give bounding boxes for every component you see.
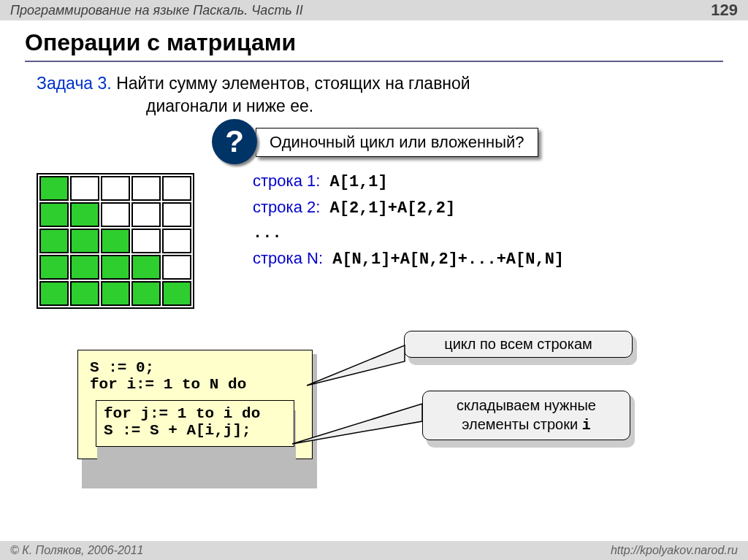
header-title: Программирование на языке Паскаль. Часть… bbox=[10, 3, 303, 18]
matrix-cell bbox=[131, 202, 161, 227]
code-line1: S := 0; bbox=[90, 359, 303, 376]
slide-header: Программирование на языке Паскаль. Часть… bbox=[0, 0, 748, 20]
matrix-cell bbox=[101, 255, 130, 280]
matrix-cell bbox=[39, 176, 69, 201]
code-line4: S := S + A[i,j]; bbox=[104, 422, 286, 439]
matrix-cell bbox=[70, 176, 99, 201]
code-area: S := 0; for i:= 1 to N do for j:= 1 to i… bbox=[0, 331, 748, 521]
matrix-cell bbox=[162, 176, 191, 201]
matrix-cell bbox=[39, 202, 69, 227]
footer-url: http://kpolyakov.narod.ru bbox=[611, 544, 738, 557]
matrix-cell bbox=[131, 281, 161, 306]
callout-outer-loop: цикл по всем строкам bbox=[404, 331, 633, 358]
matrix-cell bbox=[131, 229, 161, 253]
matrix-cell bbox=[39, 281, 69, 306]
question-mark-icon: ? bbox=[212, 119, 257, 164]
code-block-inner: for j:= 1 to i do S := S + A[i,j]; bbox=[96, 400, 294, 447]
matrix-cell bbox=[131, 255, 161, 280]
slide-title: Операции с матрицами bbox=[0, 20, 748, 61]
rowN-code: A[N,1]+A[N,2]+...+A[N,N] bbox=[323, 250, 564, 269]
task-text: Задача 3. Найти сумму элементов, стоящих… bbox=[0, 72, 748, 118]
matrix-cell bbox=[162, 281, 191, 306]
title-divider bbox=[25, 61, 723, 62]
callout1-pointer bbox=[307, 345, 409, 396]
question-box: Одиночный цикл или вложенный? bbox=[256, 128, 538, 157]
callout2-text1: складываем нужные bbox=[457, 397, 596, 413]
task-label: Задача 3. bbox=[37, 74, 112, 93]
row1-code: A[1,1] bbox=[320, 173, 387, 191]
matrix-cell bbox=[70, 281, 99, 306]
matrix-cell bbox=[162, 229, 191, 253]
callout2-text2: элементы строки bbox=[462, 416, 581, 432]
task-line1: Найти сумму элементов, стоящих на главно… bbox=[112, 74, 470, 93]
svg-marker-1 bbox=[292, 404, 422, 444]
code-line3: for j:= 1 to i do bbox=[104, 405, 286, 422]
matrix-cell bbox=[70, 202, 99, 227]
row2-label: строка 2: bbox=[253, 198, 320, 216]
callout-inner-loop: складываем нужные элементы строки i bbox=[422, 391, 630, 440]
matrix-cell bbox=[101, 176, 130, 201]
code-block-outer: S := 0; for i:= 1 to N do for j:= 1 to i… bbox=[77, 350, 313, 459]
matrix-cell bbox=[70, 229, 99, 253]
matrix-cell bbox=[70, 255, 99, 280]
matrix-cell bbox=[131, 176, 161, 201]
page-number: 129 bbox=[711, 1, 738, 20]
callout2-var: i bbox=[582, 417, 591, 434]
row-dots: ... bbox=[253, 221, 564, 246]
row1-label: строка 1: bbox=[253, 172, 320, 190]
footer-copyright: © К. Поляков, 2006-2011 bbox=[10, 544, 143, 557]
content-row: строка 1: A[1,1] строка 2: A[2,1]+A[2,2]… bbox=[0, 169, 748, 309]
code-line2: for i:= 1 to N do bbox=[90, 376, 303, 393]
matrix-cell bbox=[101, 281, 130, 306]
matrix-cell bbox=[39, 229, 69, 253]
matrix-diagram bbox=[37, 173, 194, 309]
matrix-cell bbox=[101, 202, 130, 227]
matrix-cell bbox=[101, 229, 130, 253]
svg-marker-0 bbox=[307, 345, 405, 386]
matrix-cell bbox=[39, 255, 69, 280]
matrix-cell bbox=[162, 255, 191, 280]
row2-code: A[2,1]+A[2,2] bbox=[320, 199, 455, 218]
row-expressions: строка 1: A[1,1] строка 2: A[2,1]+A[2,2]… bbox=[194, 169, 564, 309]
rowN-label: строка N: bbox=[253, 249, 323, 267]
slide-footer: © К. Поляков, 2006-2011 http://kpolyakov… bbox=[0, 541, 748, 560]
matrix-cell bbox=[162, 202, 191, 227]
task-line2: диагонали и ниже ее. bbox=[37, 95, 719, 118]
callout2-pointer bbox=[292, 404, 427, 455]
